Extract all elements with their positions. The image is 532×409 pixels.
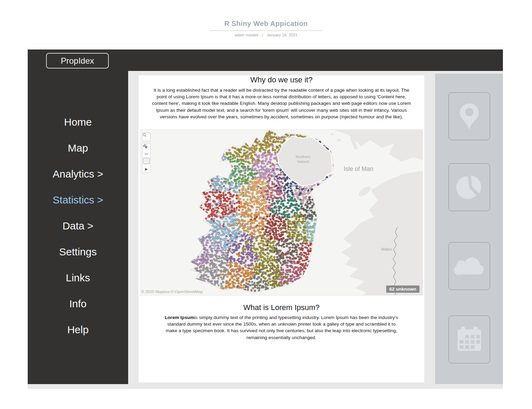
date: January 18, 2021 (267, 33, 298, 37)
brand-button[interactable]: PropIdex (46, 53, 109, 69)
svg-text:x: x (145, 146, 147, 148)
author: adam rossiter (234, 33, 259, 37)
panel-button-calendar[interactable] (449, 316, 490, 363)
title-underline (210, 30, 322, 31)
panel-button-weather[interactable] (449, 242, 490, 290)
lead-rest: is simply dummy text of the printing and… (166, 315, 398, 340)
sidebar-nav: Home Map Analytics > Statistics > Data >… (28, 109, 128, 343)
sidebar-item-analytics[interactable]: Analytics > (28, 161, 128, 187)
sidebar-item-info[interactable]: Info (28, 291, 128, 317)
choropleth-map[interactable]: NorthernIrelandIsle of ManWales + − (140, 129, 423, 296)
calendar-icon (455, 325, 484, 354)
section-heading-what: What is Lorem Ipsum? (139, 303, 424, 312)
section-heading-why: Why do we use it? (139, 75, 424, 84)
cloud-icon (453, 255, 485, 277)
sidebar-item-links[interactable]: Links (28, 265, 128, 291)
sidebar-item-home[interactable]: Home (28, 109, 128, 135)
svg-text:Wales: Wales (381, 247, 392, 251)
sidebar-item-settings[interactable]: Settings (28, 239, 128, 265)
section-body-why: It is a long established fact that a rea… (149, 87, 414, 120)
app-frame: PropIdex Home Map Analytics > Statistics… (28, 49, 503, 389)
page-subtitle: adam rossiter | January 18, 2021 (0, 33, 532, 37)
svg-text:Northern: Northern (296, 155, 311, 159)
panel-button-map[interactable] (449, 92, 490, 140)
reset-pin-button[interactable]: x (143, 158, 150, 164)
map-pin-icon (456, 101, 482, 131)
page-title: R Shiny Web Appication (0, 20, 532, 28)
svg-text:Isle of Man: Isle of Man (344, 165, 373, 172)
sidebar-item-data[interactable]: Data > (28, 213, 128, 239)
toolbar-expand-button[interactable]: ▶ (143, 165, 150, 172)
svg-text:Ireland: Ireland (297, 160, 309, 164)
map-search-button[interactable] (142, 133, 151, 141)
sidebar-item-help[interactable]: Help (28, 317, 128, 343)
sidebar: PropIdex Home Map Analytics > Statistics… (28, 49, 128, 384)
content-card: Why do we use it? It is a long establish… (139, 75, 424, 382)
section-body-what: Lorem Ipsumis simply dummy text of the p… (162, 314, 401, 341)
unknown-values-badge[interactable]: 62 unknown (386, 285, 419, 293)
pie-chart-icon (455, 173, 484, 202)
right-panel (435, 74, 503, 384)
map-attribution[interactable]: © 2020 Mapbox © OpenStreetMap (141, 290, 203, 294)
map-toolbar: + − x ▶ (142, 143, 151, 173)
sidebar-item-statistics[interactable]: Statistics > (28, 187, 128, 213)
subtitle-separator: | (262, 33, 263, 37)
map-canvas[interactable]: NorthernIrelandIsle of ManWales (140, 130, 423, 295)
lead-bold: Lorem Ipsum (165, 315, 194, 320)
sidebar-item-map[interactable]: Map (28, 135, 128, 161)
panel-button-analytics[interactable] (449, 163, 490, 211)
zoom-out-button[interactable]: − (143, 151, 150, 157)
page-header: R Shiny Web Appication adam rossiter | J… (0, 0, 532, 37)
